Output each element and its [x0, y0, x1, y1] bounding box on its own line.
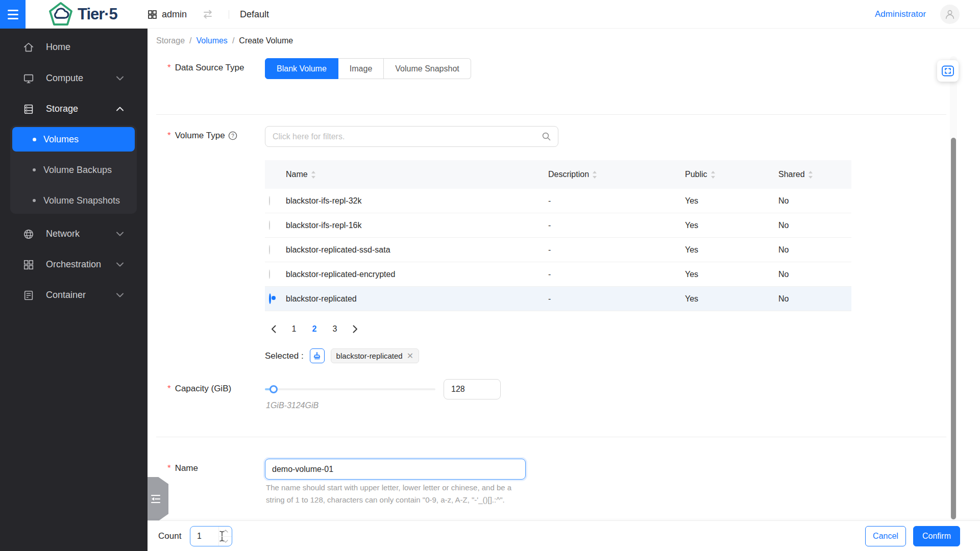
volume-type-table: Name Description Public Shared blackstor… [265, 160, 851, 311]
page-title: Create Volume [239, 36, 293, 45]
orchestration-icon [23, 259, 34, 270]
count-field [190, 526, 232, 546]
sort-icon[interactable] [592, 171, 597, 179]
section-divider [156, 437, 946, 437]
slider-handle[interactable] [270, 385, 278, 393]
radio-button[interactable] [269, 269, 270, 279]
user-icon [944, 9, 955, 20]
radio-button[interactable] [269, 245, 270, 255]
radio-button-checked[interactable] [269, 293, 271, 304]
name-label: Name [167, 463, 198, 473]
workspace-switcher[interactable]: admin [148, 0, 187, 29]
column-header-public[interactable]: Public [685, 170, 778, 179]
sidebar-item-compute[interactable]: Compute [0, 66, 148, 91]
blank-volume-button[interactable]: Blank Volume [265, 58, 338, 79]
sidebar: Home Compute Storage Volumes Volume Back… [0, 29, 148, 551]
brand-name: Tier·5 [78, 5, 117, 23]
sidebar-item-storage[interactable]: Storage [0, 96, 148, 121]
breadcrumb-storage: Storage [156, 36, 185, 45]
home-icon [23, 42, 34, 53]
image-button[interactable]: Image [338, 58, 384, 79]
workspace-name: admin [162, 9, 187, 20]
count-stepper [218, 527, 232, 546]
administrator-link[interactable]: Administrator [875, 0, 926, 29]
grid-icon [148, 10, 157, 19]
selected-volume-tag: blackstor-replicated ✕ [331, 348, 419, 363]
name-input[interactable] [265, 459, 526, 480]
chevron-down-icon [116, 232, 124, 236]
switch-project-icon[interactable] [202, 0, 213, 29]
step-down-button[interactable] [219, 536, 232, 546]
column-header-name[interactable]: Name [286, 170, 548, 179]
sidebar-item-home[interactable]: Home [0, 35, 148, 60]
volume-snapshot-button[interactable]: Volume Snapshot [384, 58, 471, 79]
count-label: Count [158, 521, 181, 551]
sort-icon[interactable] [710, 171, 716, 179]
table-row[interactable]: blackstor-replicated-ssd-sata - Yes No [265, 238, 851, 262]
search-icon[interactable] [542, 132, 551, 141]
page-1[interactable]: 1 [286, 321, 302, 337]
section-divider [156, 114, 946, 115]
table-row[interactable]: blackstor-ifs-repl-32k - Yes No [265, 189, 851, 213]
brand-logo: Tier·5 [48, 0, 117, 29]
capacity-slider[interactable] [265, 381, 435, 397]
brand-pentagon-cloud-icon [48, 2, 74, 27]
sort-icon[interactable] [311, 171, 316, 179]
menu-toggle-button[interactable] [0, 0, 26, 29]
table-header: Name Description Public Shared [265, 160, 851, 189]
radio-button[interactable] [269, 220, 270, 230]
cancel-button[interactable]: Cancel [865, 526, 906, 546]
capacity-range-hint: 1GiB-3124GiB [266, 401, 318, 410]
radio-button[interactable] [269, 196, 270, 206]
fullscreen-button[interactable] [937, 60, 959, 82]
broom-icon [313, 352, 321, 360]
table-row-selected[interactable]: blackstor-replicated - Yes No [265, 287, 851, 311]
storage-submenu: Volumes Volume Backups Volume Snapshots [10, 126, 137, 214]
sidebar-item-container[interactable]: Container [0, 283, 148, 308]
collapse-panel-handle[interactable] [148, 477, 168, 521]
count-input[interactable] [190, 527, 218, 546]
region-name: Default [240, 0, 269, 29]
chevron-up-icon [116, 107, 124, 111]
filter-input[interactable] [265, 132, 542, 141]
top-bar: Tier·5 admin Default Administrator [0, 0, 980, 29]
scrollbar-thumb[interactable] [951, 138, 956, 519]
column-header-shared[interactable]: Shared [778, 170, 851, 179]
confirm-button[interactable]: Confirm [913, 526, 960, 546]
table-row[interactable]: blackstor-ifs-repl-16k - Yes No [265, 213, 851, 238]
pagination: 1 2 3 [266, 321, 363, 337]
avatar[interactable] [940, 5, 960, 24]
sidebar-item-orchestration[interactable]: Orchestration [0, 252, 148, 277]
page-3[interactable]: 3 [327, 321, 342, 337]
sort-icon[interactable] [808, 171, 813, 179]
volume-type-label: Volume Type ? [167, 131, 237, 141]
slider-rail[interactable] [265, 388, 435, 390]
storage-icon [23, 104, 34, 115]
table-row[interactable]: blackstor-replicated-encrypted - Yes No [265, 262, 851, 287]
capacity-label: Capacity (GiB) [167, 384, 231, 394]
svg-text:?: ? [231, 133, 234, 139]
clear-selection-button[interactable] [310, 348, 325, 363]
topbar-divider [229, 10, 229, 19]
sidebar-item-volume-snapshots[interactable]: Volume Snapshots [12, 188, 135, 213]
column-header-description[interactable]: Description [548, 170, 685, 179]
sidebar-item-volumes[interactable]: Volumes [12, 127, 135, 152]
help-circle-icon[interactable]: ? [228, 131, 237, 140]
data-source-type-group: Blank Volume Image Volume Snapshot [265, 58, 471, 79]
next-page-icon[interactable] [348, 321, 363, 337]
name-help-text: The name should start with upper letter,… [266, 482, 524, 506]
sidebar-item-volume-backups[interactable]: Volume Backups [12, 158, 135, 182]
breadcrumb-volumes-link[interactable]: Volumes [197, 36, 228, 45]
step-up-button[interactable] [219, 527, 232, 536]
fullscreen-icon [941, 64, 954, 78]
page-2-current[interactable]: 2 [307, 321, 322, 337]
selected-label: Selected : [265, 351, 304, 361]
sidebar-item-network[interactable]: Network [0, 221, 148, 246]
prev-page-icon[interactable] [266, 321, 281, 337]
capacity-input[interactable] [444, 379, 501, 399]
footer-action-bar: Count Cancel Confirm [148, 520, 980, 551]
bullet-icon [33, 168, 36, 171]
close-icon[interactable]: ✕ [407, 352, 413, 360]
outdent-icon [150, 494, 161, 504]
bullet-icon [33, 199, 36, 202]
